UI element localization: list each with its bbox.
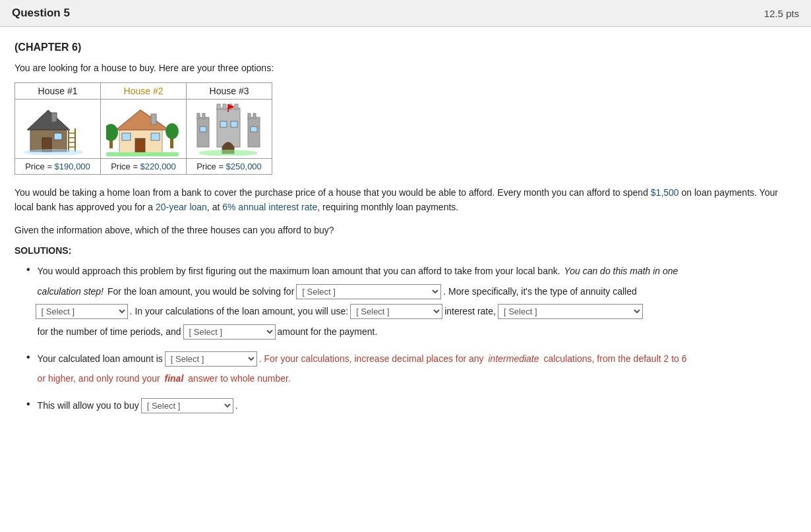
chapter-title: (CHAPTER 6) [15,42,796,53]
bullet2-note2: or higher, and only round your final ans… [38,370,291,388]
bullet3-item: • This will allow you to buy [ Select ] … [26,397,796,417]
bullet2-item: • Your calculated loan amount is [ Selec… [26,350,796,390]
solutions-label: SOLUTIONS: [15,245,796,256]
select6-dropdown[interactable]: [ Select ] [165,351,257,367]
bullet2-note1: . For your calculations, increase decima… [259,350,687,368]
bullet3-content: This will allow you to buy [ Select ] . [36,397,796,417]
house3-image-cell [187,100,272,159]
select7-dropdown[interactable]: [ Select ] [141,398,233,413]
svg-rect-22 [106,152,179,156]
bullet3-dot: • [26,398,30,410]
bullet2-text1: Your calculated loan amount is [38,350,163,368]
bullet1-italic2: calculation step! [38,283,104,301]
select3-dropdown[interactable]: [ Select ] [350,304,442,319]
svg-point-20 [165,123,179,139]
svg-rect-11 [51,113,57,122]
svg-point-18 [106,124,118,141]
question-title: Question 5 [12,7,70,20]
select7-container[interactable]: [ Select ] [141,397,233,415]
select3-container[interactable]: [ Select ] [350,303,442,320]
bullet1-text3: . More specifically, it's the type of an… [443,283,636,301]
select4-dropdown[interactable]: [ Select ] [498,304,643,319]
house2-header: House #2 [101,83,187,100]
svg-rect-39 [220,121,227,127]
house3-header: House #3 [187,83,272,100]
bullet1-italic: You can do this math in one [564,262,678,280]
bullet1-text1: You would approach this problem by first… [38,262,560,280]
bullet1-item: • You would approach this problem by fir… [26,262,796,343]
intro-text: You are looking for a house to buy. Here… [15,63,796,73]
highlight-interest-rate: 6% annual interest rate [222,202,317,212]
house1-header: House #1 [15,83,101,100]
svg-rect-21 [151,114,156,125]
bullet1-text7: amount for the payment. [278,323,378,341]
house1-image [20,103,93,156]
house1-image-cell [15,100,101,159]
house1-price-value: $190,000 [55,162,90,171]
svg-rect-29 [253,113,256,119]
bullet3-text1: This will allow you to buy [38,397,139,415]
svg-rect-14 [135,138,145,154]
svg-point-41 [198,150,258,156]
select5-dropdown[interactable]: [ Select ] [183,324,276,340]
house2-price-value: $220,000 [140,162,176,171]
svg-rect-27 [202,113,205,119]
paragraph1: You would be taking a home loan from a b… [15,185,796,215]
house-table: House #1 House #2 House #3 [15,82,272,175]
svg-rect-38 [251,127,257,132]
highlight-loan-term: 20-year loan [156,202,207,212]
bullet2-content: Your calculated loan amount is [ Select … [36,350,796,390]
select4-container[interactable]: [ Select ] [498,303,643,320]
select1-container[interactable]: [ Select ] [296,283,441,301]
highlight-monthly-payment: $1,500 [651,187,679,198]
house3-image [192,103,264,156]
bullet1-text6: for the number of time periods, and [38,323,181,341]
points-label: 12.5 pts [764,8,799,19]
house2-image [106,103,179,156]
house1-price: Price = $190,000 [15,159,101,175]
svg-marker-13 [116,110,169,130]
svg-rect-30 [217,104,220,109]
house3-price-value: $250,000 [226,162,262,171]
bullet2-dot: • [26,351,30,363]
bullet1-dot: • [26,264,30,276]
house2-image-cell [101,100,187,159]
svg-rect-37 [200,127,206,132]
bullet1-text2: For the loan amount, you would be solvin… [107,283,294,301]
select2-container[interactable]: [ Select ] [36,303,128,320]
select1-dropdown[interactable]: [ Select ] [296,284,441,299]
svg-rect-16 [151,133,160,140]
svg-marker-1 [27,110,70,130]
svg-rect-3 [54,133,62,140]
bullet1-content: You would approach this problem by first… [36,262,796,343]
house2-price: Price = $220,000 [101,159,187,175]
svg-rect-28 [248,113,251,119]
bullet1-text4: . In your calculations of the loan amoun… [130,303,349,320]
svg-rect-15 [122,133,131,140]
svg-rect-33 [235,104,238,109]
select5-container[interactable]: [ Select ] [183,323,276,341]
paragraph2: Given the information above, which of th… [15,223,796,237]
select6-container[interactable]: [ Select ] [165,350,257,368]
svg-rect-31 [223,104,226,109]
svg-rect-40 [231,121,237,127]
svg-rect-26 [197,113,200,119]
bullet1-text5: interest rate, [444,303,496,320]
bullet3-text2: . [235,397,238,415]
select2-dropdown[interactable]: [ Select ] [36,304,128,319]
house3-price: Price = $250,000 [187,159,272,175]
